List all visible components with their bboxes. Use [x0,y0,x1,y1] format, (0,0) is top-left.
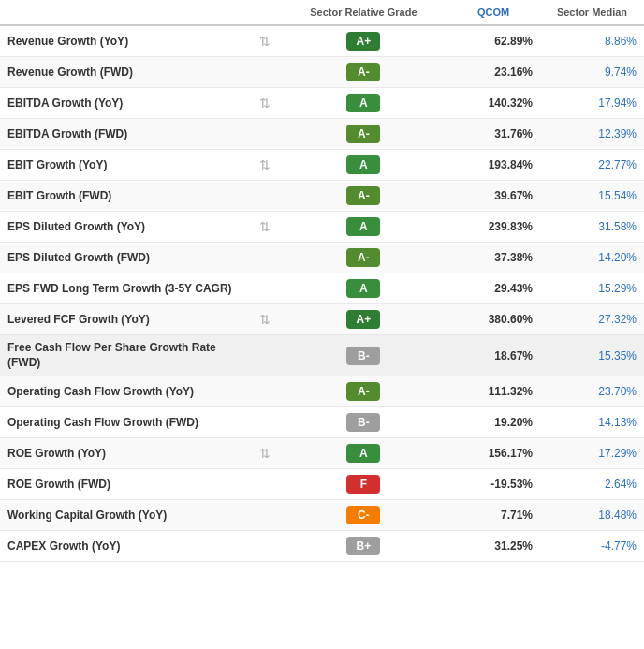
sort-icon-cell: ⇅ [249,304,280,335]
sort-icon-cell: ⇅ [249,88,280,119]
sort-icon-cell [249,57,280,88]
grade-cell[interactable]: B- [281,335,447,376]
median-value: 27.32% [540,304,644,335]
grade-cell[interactable]: C- [281,500,447,531]
qcom-value: 37.38% [446,243,540,273]
grade-badge: A+ [346,310,380,329]
grade-cell[interactable]: B- [281,407,447,438]
grade-cell[interactable]: A- [281,119,447,150]
grade-cell[interactable]: B+ [281,531,447,562]
sort-icon: ⇅ [259,157,271,172]
metric-column-header [0,0,249,25]
grade-badge: A [346,155,380,174]
qcom-value: 39.67% [446,181,540,212]
qcom-value: 111.32% [446,376,540,407]
grade-cell[interactable]: A [281,150,447,181]
qcom-value: 62.89% [446,25,540,57]
grade-cell[interactable]: A [281,438,447,469]
grade-cell[interactable]: A- [281,243,447,273]
grade-column-header: Sector Relative Grade [281,0,447,25]
grade-cell[interactable]: A [281,212,447,243]
metric-label: EPS FWD Long Term Growth (3-5Y CAGR) [0,273,249,304]
sort-icon-cell [249,531,280,562]
sort-icon: ⇅ [259,312,271,327]
qcom-value: 239.83% [446,212,540,243]
grade-badge: A [346,279,380,298]
sort-icon-cell [249,407,280,438]
qcom-value: 193.84% [446,150,540,181]
grade-badge: B- [346,413,380,432]
metric-label: Working Capital Growth (YoY) [0,500,249,531]
grade-badge: A- [346,248,380,267]
grade-cell[interactable]: A [281,273,447,304]
metric-label: Operating Cash Flow Growth (YoY) [0,376,249,407]
median-value: 9.74% [540,57,644,88]
qcom-value: 29.43% [446,273,540,304]
metric-label: Free Cash Flow Per Share Growth Rate (FW… [0,335,249,376]
grade-badge: A [346,217,380,236]
grade-cell[interactable]: A- [281,376,447,407]
metric-label: Operating Cash Flow Growth (FWD) [0,407,249,438]
median-value: 17.29% [540,438,644,469]
grade-cell[interactable]: A- [281,57,447,88]
median-value: 8.86% [540,25,644,57]
metric-label: EPS Diluted Growth (YoY) [0,212,249,243]
sort-icon: ⇅ [259,446,271,461]
metric-label: ROE Growth (FWD) [0,469,249,500]
sort-icon: ⇅ [259,96,271,111]
grade-badge: A [346,94,380,112]
grade-badge: A- [346,125,380,143]
qcom-value: 23.16% [446,57,540,88]
grade-cell[interactable]: A+ [281,304,447,335]
grade-badge: B- [346,347,380,365]
sort-icon-cell [249,273,280,304]
median-value: 14.20% [540,243,644,273]
median-value: 14.13% [540,407,644,438]
sort-icon-cell: ⇅ [249,25,280,57]
median-value: 15.54% [540,181,644,212]
sort-icon-cell [249,500,280,531]
icon-column-header [249,0,280,25]
qcom-value: 31.25% [446,531,540,562]
sort-icon-cell [249,119,280,150]
median-value: 15.29% [540,273,644,304]
median-value: 22.77% [540,150,644,181]
median-column-header: Sector Median [540,0,644,25]
grade-cell[interactable]: F [281,469,447,500]
qcom-value: 380.60% [446,304,540,335]
grade-cell[interactable]: A+ [281,25,447,57]
grade-badge: A [346,444,380,463]
grade-badge: A- [346,186,380,205]
metric-label: EBITDA Growth (YoY) [0,88,249,119]
grade-badge: A- [346,63,380,81]
qcom-value: 19.20% [446,407,540,438]
grade-badge: A+ [346,32,380,51]
metric-label: EBIT Growth (YoY) [0,150,249,181]
metric-label: Revenue Growth (YoY) [0,25,249,57]
sort-icon-cell: ⇅ [249,212,280,243]
grade-badge: F [346,475,380,494]
grade-cell[interactable]: A- [281,181,447,212]
sort-icon: ⇅ [259,219,271,234]
grade-badge: B+ [346,537,380,555]
qcom-column-header: QCOM [446,0,540,25]
median-value: 17.94% [540,88,644,119]
qcom-value: 31.76% [446,119,540,150]
sort-icon-cell: ⇅ [249,438,280,469]
sort-icon-cell [249,335,280,376]
metric-label: EBITDA Growth (FWD) [0,119,249,150]
qcom-value: 7.71% [446,500,540,531]
metric-label: EPS Diluted Growth (FWD) [0,243,249,273]
sort-icon-cell [249,243,280,273]
metric-label: Levered FCF Growth (YoY) [0,304,249,335]
sort-icon-cell [249,469,280,500]
qcom-value: 18.67% [446,335,540,376]
median-value: 23.70% [540,376,644,407]
sort-icon-cell [249,376,280,407]
grade-cell[interactable]: A [281,88,447,119]
median-value: 31.58% [540,212,644,243]
metric-label: EBIT Growth (FWD) [0,181,249,212]
metric-label: Revenue Growth (FWD) [0,57,249,88]
qcom-value: 156.17% [446,438,540,469]
median-value: -4.77% [540,531,644,562]
